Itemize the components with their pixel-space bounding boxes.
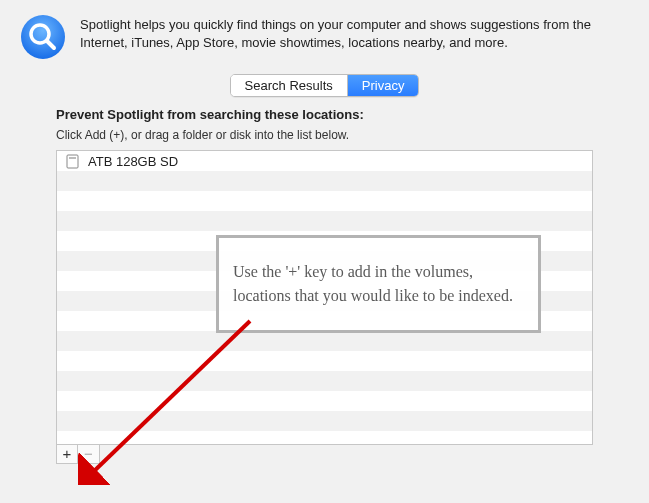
svg-rect-3 — [67, 155, 78, 168]
tab-privacy[interactable]: Privacy — [347, 75, 419, 96]
svg-point-0 — [21, 15, 65, 59]
table-row — [57, 211, 592, 231]
table-row — [57, 371, 592, 391]
table-row — [57, 391, 592, 411]
table-row — [57, 431, 592, 445]
segmented-control: Search Results Privacy — [230, 74, 420, 97]
section-subtitle: Click Add (+), or drag a folder or disk … — [56, 128, 593, 142]
header: Spotlight helps you quickly find things … — [0, 0, 649, 72]
list-item-label: ATB 128GB SD — [88, 154, 178, 169]
table-row — [57, 191, 592, 211]
disk-icon — [65, 154, 80, 169]
list-item[interactable]: ATB 128GB SD — [57, 151, 592, 171]
tabs: Search Results Privacy — [0, 74, 649, 97]
section-title: Prevent Spotlight from searching these l… — [56, 107, 593, 122]
table-row — [57, 171, 592, 191]
table-row — [57, 331, 592, 351]
add-button[interactable]: + — [56, 444, 78, 464]
annotation-callout: Use the '+' key to add in the volumes, l… — [216, 235, 541, 333]
spotlight-icon — [20, 14, 66, 60]
remove-button[interactable]: − — [78, 444, 100, 464]
table-row — [57, 351, 592, 371]
table-row — [57, 411, 592, 431]
svg-rect-4 — [69, 157, 76, 159]
tab-search-results[interactable]: Search Results — [231, 75, 347, 96]
header-description: Spotlight helps you quickly find things … — [80, 14, 629, 51]
add-remove-controls: + − — [56, 444, 100, 464]
